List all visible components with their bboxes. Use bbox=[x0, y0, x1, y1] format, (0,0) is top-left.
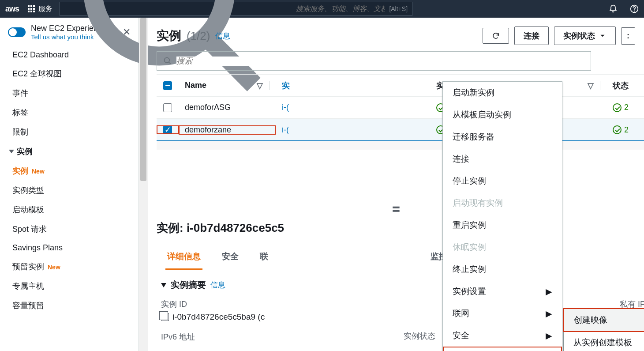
instance-count: (1/2) bbox=[187, 29, 210, 43]
scroll-thumb[interactable] bbox=[140, 18, 146, 181]
sidebar-item-limits[interactable]: 限制 bbox=[0, 122, 139, 142]
cell-name: demoforzane bbox=[179, 125, 276, 135]
svg-line-5 bbox=[169, 62, 171, 64]
state-button[interactable]: 实例状态 bbox=[554, 26, 616, 45]
sidebar-item-reserved[interactable]: 预留实例New bbox=[0, 257, 139, 276]
sidebar-item-types[interactable]: 实例类型 bbox=[0, 181, 139, 200]
ctx-start: 启动现有实例 bbox=[443, 192, 562, 214]
caret-down-icon bbox=[599, 32, 607, 40]
filter-bar[interactable] bbox=[157, 51, 591, 71]
ctx-reboot[interactable]: 重启实例 bbox=[443, 214, 562, 236]
sidebar-item-templates[interactable]: 启动模板 bbox=[0, 200, 139, 219]
top-nav: aws 服务 [Alt+S] bbox=[0, 0, 644, 18]
ctx-hibernate: 休眠实例 bbox=[443, 236, 562, 258]
aws-logo[interactable]: aws bbox=[5, 4, 19, 14]
label-instance-id: 实例 ID bbox=[161, 299, 368, 309]
global-search[interactable]: [Alt+S] bbox=[60, 2, 412, 16]
connect-button[interactable]: 连接 bbox=[514, 26, 549, 45]
sidebar-item-spot[interactable]: Spot 请求 bbox=[0, 219, 139, 239]
chevron-right-icon: ▶ bbox=[546, 309, 552, 319]
check-circle-icon bbox=[613, 103, 622, 112]
check-circle-icon bbox=[613, 125, 622, 134]
ctx-terminate[interactable]: 终止实例 bbox=[443, 258, 562, 280]
bell-icon[interactable] bbox=[609, 4, 618, 13]
label-ipv6: IPv6 地址 bbox=[161, 332, 368, 342]
ctx-stop[interactable]: 停止实例 bbox=[443, 170, 562, 192]
row-checkbox[interactable] bbox=[163, 103, 172, 112]
value-instance-id: i-0b7d48726ce5c5ba9 (c bbox=[172, 312, 265, 322]
row-checkbox[interactable]: ✓ bbox=[163, 125, 172, 134]
detail-title: 实例: i-0b7d48726ce5c5 bbox=[157, 220, 635, 236]
table-row[interactable]: ✓ demoforzane i-( 正在运行⊕⊖ t2.micro 2 bbox=[157, 119, 644, 141]
table-header: Name▽ 实 实例状态▽ 实例类型▽ 状态 bbox=[157, 75, 644, 97]
context-menu: 启动新实例 从模板启动实例 迁移服务器 连接 停止实例 启动现有实例 重启实例 … bbox=[442, 81, 562, 351]
grid-icon bbox=[28, 5, 35, 12]
actions-button[interactable]: : bbox=[621, 27, 635, 45]
main-panel: 实例 (1/2) 信息 连接 实例状态 : Name▽ 实 实例状态▽ 实例类型… bbox=[148, 18, 644, 351]
resize-handle[interactable]: 〓 bbox=[157, 203, 635, 216]
tab-details[interactable]: 详细信息 bbox=[165, 245, 202, 270]
ctx-image-templates[interactable]: 映像和模板▶ bbox=[443, 347, 562, 351]
info-link[interactable]: 信息 bbox=[215, 31, 230, 41]
help-icon[interactable] bbox=[630, 4, 639, 13]
caret-down-icon bbox=[161, 283, 166, 287]
caret-down-icon bbox=[9, 150, 14, 153]
info-link[interactable]: 信息 bbox=[210, 280, 225, 290]
ctx-migrate[interactable]: 迁移服务器 bbox=[443, 126, 562, 148]
sidebar-item-instances[interactable]: 实例New bbox=[0, 161, 139, 181]
cell-id[interactable]: i-( bbox=[276, 125, 311, 135]
experience-toggle[interactable] bbox=[8, 27, 26, 37]
services-label: 服务 bbox=[38, 4, 52, 14]
search-shortcut: [Alt+S] bbox=[389, 5, 408, 12]
ctx-launch-template[interactable]: 从模板启动实例 bbox=[443, 104, 562, 126]
tab-network[interactable]: 联 bbox=[258, 245, 270, 270]
detail-tabs: 详细信息 安全 联 监控 标签 bbox=[157, 245, 635, 270]
filter-input[interactable] bbox=[176, 57, 584, 66]
ctx-create-image[interactable]: 创建映像 bbox=[564, 309, 644, 332]
refresh-icon bbox=[492, 32, 500, 40]
table-row[interactable]: demoforASG i-( 正在运行⊕⊖ t2.micro 2 bbox=[157, 97, 644, 119]
search-input[interactable] bbox=[296, 5, 385, 13]
svg-point-4 bbox=[165, 58, 170, 63]
copy-icon[interactable] bbox=[161, 313, 169, 321]
services-menu[interactable]: 服务 bbox=[28, 4, 52, 14]
col-id[interactable]: 实 bbox=[282, 80, 290, 91]
ctx-networking[interactable]: 联网▶ bbox=[443, 302, 562, 325]
ctx-launch-new[interactable]: 启动新实例 bbox=[443, 82, 562, 104]
col-status[interactable]: 状态 bbox=[613, 80, 629, 91]
chevron-right-icon: ▶ bbox=[546, 287, 552, 297]
scrollbar[interactable] bbox=[139, 18, 148, 351]
sidebar-item-capacity[interactable]: 容量预留 bbox=[0, 296, 139, 315]
sidebar-section-instances[interactable]: 实例 bbox=[0, 142, 139, 161]
select-all-checkbox[interactable] bbox=[163, 81, 172, 90]
context-submenu: 创建映像 从实例创建模板 启动更多类似实例 bbox=[563, 308, 644, 351]
search-icon bbox=[163, 57, 172, 65]
col-name[interactable]: Name bbox=[185, 81, 206, 90]
instances-table: Name▽ 实 实例状态▽ 实例类型▽ 状态 demoforASG i-( 正在… bbox=[157, 74, 644, 150]
chevron-right-icon: ▶ bbox=[546, 331, 552, 341]
new-badge: New bbox=[48, 264, 60, 271]
ctx-connect[interactable]: 连接 bbox=[443, 148, 562, 170]
svg-point-3 bbox=[634, 11, 635, 11]
ctx-settings[interactable]: 实例设置▶ bbox=[443, 280, 562, 302]
cell-id[interactable]: i-( bbox=[276, 103, 311, 112]
sidebar-item-savings[interactable]: Savings Plans bbox=[0, 239, 139, 257]
refresh-button[interactable] bbox=[483, 28, 509, 44]
tab-security[interactable]: 安全 bbox=[220, 245, 240, 270]
new-badge: New bbox=[32, 168, 45, 175]
ctx-security[interactable]: 安全▶ bbox=[443, 325, 562, 347]
cell-name: demoforASG bbox=[179, 103, 276, 112]
sidebar-item-dedicated[interactable]: 专属主机 bbox=[0, 276, 139, 296]
table-hscroll[interactable] bbox=[157, 141, 644, 150]
page-title: 实例 bbox=[157, 27, 181, 44]
ctx-create-template[interactable]: 从实例创建模板 bbox=[564, 332, 644, 351]
